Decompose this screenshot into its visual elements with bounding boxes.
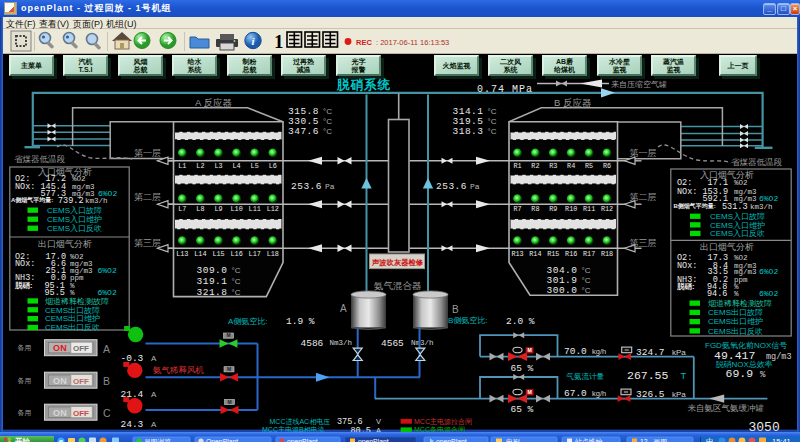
- svg-text:R4: R4: [567, 162, 575, 170]
- svg-text:L2: L2: [196, 162, 204, 170]
- svg-text:第三层: 第三层: [134, 238, 161, 248]
- svg-text:R1: R1: [513, 162, 521, 170]
- svg-text:T: T: [681, 370, 687, 381]
- svg-text:来自氨区气氨缓冲罐: 来自氨区气氨缓冲罐: [688, 403, 765, 413]
- svg-text:备用: 备用: [18, 344, 32, 352]
- svg-text:R3: R3: [549, 162, 557, 170]
- svg-text:309.0: 309.0: [197, 265, 228, 276]
- svg-text:L15: L15: [212, 250, 224, 258]
- svg-text:第一层: 第一层: [134, 148, 161, 158]
- svg-text:M: M: [227, 366, 231, 372]
- svg-text:开始: 开始: [14, 437, 31, 442]
- svg-text:openPlant: openPlant: [287, 438, 318, 442]
- svg-text:CEMS入口反吹: CEMS入口反吹: [47, 224, 102, 233]
- svg-text:%: %: [734, 290, 739, 298]
- svg-text:L11: L11: [249, 205, 261, 213]
- svg-text:253.6: 253.6: [291, 181, 322, 192]
- svg-text:A: A: [151, 390, 157, 399]
- svg-text:脱硝:: 脱硝:: [676, 282, 695, 291]
- svg-text:°C: °C: [582, 266, 591, 275]
- svg-text:备用: 备用: [18, 377, 32, 385]
- svg-text:声波吹灰器检修: 声波吹灰器检修: [371, 258, 424, 267]
- svg-text:°C: °C: [323, 127, 332, 136]
- svg-text:CEMS出口维护: CEMS出口维护: [708, 317, 763, 326]
- svg-text:347.6: 347.6: [288, 126, 319, 137]
- svg-text:氨气稀释风机: 氨气稀释风机: [153, 365, 205, 375]
- svg-text:R13: R13: [511, 250, 523, 258]
- svg-text:CEMS出口故障: CEMS出口故障: [708, 308, 763, 317]
- svg-text:L8: L8: [196, 205, 204, 213]
- svg-text:L16: L16: [230, 250, 242, 258]
- svg-text:km3/h: km3/h: [750, 203, 773, 211]
- svg-text:318.3: 318.3: [453, 126, 484, 137]
- svg-text:70.0: 70.0: [564, 346, 587, 357]
- svg-text:CEMS出口维护: CEMS出口维护: [45, 314, 100, 323]
- svg-text:电刷: 电刷: [506, 438, 520, 442]
- svg-text:B侧氨空比:: B侧氨空比:: [448, 316, 488, 325]
- svg-text:15:41: 15:41: [772, 437, 791, 442]
- svg-text:省煤器低温段: 省煤器低温段: [731, 157, 783, 167]
- svg-text:12 - 画图: 12 - 画图: [640, 438, 667, 442]
- svg-text:Nm3/h: Nm3/h: [330, 339, 353, 347]
- svg-text:e: e: [59, 437, 63, 442]
- svg-text:FGD氨氧化前NOX信号: FGD氨氧化前NOX信号: [705, 341, 787, 350]
- svg-text:L4: L4: [233, 162, 241, 170]
- svg-text:1: 1: [274, 31, 284, 52]
- svg-text:ON: ON: [53, 343, 67, 353]
- svg-text:ON: ON: [53, 376, 67, 386]
- svg-text:脱硝:: 脱硝:: [14, 281, 33, 290]
- svg-text:出口烟气分析: 出口烟气分析: [700, 242, 754, 252]
- svg-text:L14: L14: [194, 250, 206, 258]
- svg-text:-0.3: -0.3: [121, 353, 144, 364]
- svg-text:L10: L10: [230, 205, 242, 213]
- svg-text:%: %: [760, 370, 766, 380]
- svg-text:OFF: OFF: [73, 409, 89, 418]
- svg-text:L1: L1: [178, 162, 186, 170]
- svg-text:R2: R2: [531, 162, 539, 170]
- svg-text:267.55: 267.55: [627, 369, 669, 382]
- svg-text:°C: °C: [488, 107, 497, 116]
- svg-text:%O2: %O2: [72, 175, 86, 183]
- svg-text:第一层: 第一层: [630, 148, 657, 158]
- svg-text:R16: R16: [565, 250, 577, 258]
- svg-text:L9: L9: [214, 205, 222, 213]
- svg-text:第二层: 第二层: [134, 192, 161, 202]
- svg-text:319.1: 319.1: [197, 276, 228, 287]
- svg-text:%O2: %O2: [734, 179, 748, 187]
- svg-text:R15: R15: [547, 250, 559, 258]
- svg-text:531.3: 531.3: [722, 202, 748, 212]
- svg-text:来自压缩空气罐: 来自压缩空气罐: [611, 80, 667, 89]
- svg-text:67.0: 67.0: [564, 388, 587, 399]
- svg-text:°C: °C: [232, 266, 241, 275]
- svg-text:: 2017-06-11 16:13:53: : 2017-06-11 16:13:53: [376, 38, 449, 47]
- svg-text:A: A: [340, 303, 347, 314]
- svg-text:OFF: OFF: [73, 377, 89, 386]
- svg-text:A 反应器: A 反应器: [195, 97, 232, 108]
- svg-text:L7: L7: [178, 205, 186, 213]
- svg-text:°C: °C: [232, 288, 241, 297]
- svg-text:CEMS入口故障: CEMS入口故障: [47, 206, 102, 215]
- svg-text:324.7: 324.7: [636, 347, 665, 358]
- svg-text:A侧烟气平均量:: A侧烟气平均量:: [11, 196, 53, 204]
- svg-text:B: B: [103, 375, 110, 387]
- svg-text:Pa: Pa: [325, 182, 335, 191]
- svg-text:°C: °C: [323, 117, 332, 126]
- svg-text:21.4: 21.4: [121, 389, 144, 400]
- svg-text:CEMS出口反吹: CEMS出口反吹: [708, 327, 763, 336]
- svg-text:1.9 %: 1.9 %: [286, 316, 315, 327]
- svg-text:MCC进线AC相电压: MCC进线AC相电压: [270, 418, 331, 426]
- svg-text:openPlant: openPlant: [436, 438, 467, 442]
- svg-text:kPa: kPa: [672, 348, 686, 357]
- svg-text:300.0: 300.0: [547, 285, 578, 296]
- svg-text:CEMS入口反吹: CEMS入口反吹: [710, 229, 765, 238]
- svg-text:321.8: 321.8: [197, 287, 228, 298]
- svg-text:%O2: %O2: [734, 254, 748, 262]
- svg-text:R14: R14: [529, 250, 541, 258]
- svg-text:6%O2: 6%O2: [759, 289, 778, 298]
- svg-text:326.5: 326.5: [636, 389, 665, 400]
- svg-text:备用: 备用: [18, 409, 32, 417]
- svg-text:CEMS出口故障: CEMS出口故障: [45, 306, 100, 315]
- svg-text:0.74 MPa: 0.74 MPa: [477, 84, 533, 95]
- svg-text:B: B: [452, 304, 459, 315]
- svg-text:%: %: [70, 289, 75, 297]
